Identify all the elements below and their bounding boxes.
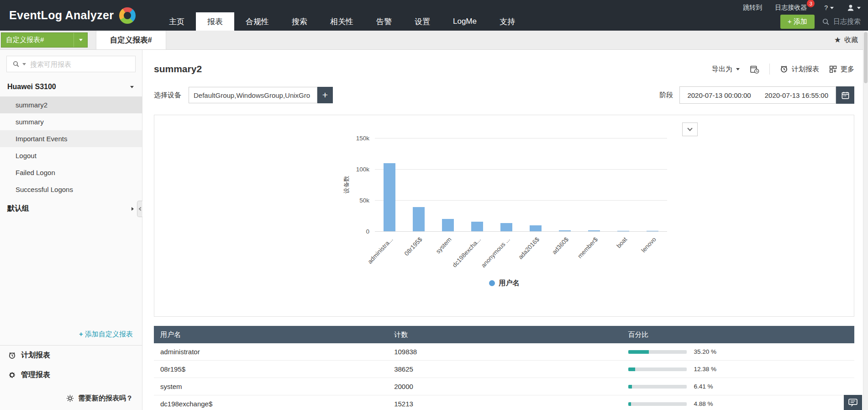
sidebar-item-important-events[interactable]: Important Events bbox=[0, 130, 142, 147]
help-label: ? bbox=[824, 4, 828, 11]
sidebar-item-summary2[interactable]: summary2 bbox=[0, 96, 142, 113]
jump-to-link[interactable]: 跳转到 bbox=[743, 4, 762, 12]
sidebar-scheduled-reports[interactable]: 计划报表 bbox=[0, 346, 142, 365]
more-button[interactable]: 更多 bbox=[829, 65, 854, 74]
sidebar-bottom: + 添加自定义报表 计划报表 管理报表 bbox=[0, 325, 142, 410]
sidebar-collapse-handle[interactable] bbox=[137, 201, 142, 217]
report-actions: 导出为 bbox=[712, 64, 854, 75]
nav-item-reports[interactable]: 报表 bbox=[196, 12, 234, 31]
export-history-button[interactable] bbox=[750, 64, 759, 74]
favorite-button[interactable]: ★ 收藏 bbox=[834, 31, 858, 49]
chevron-down-icon bbox=[130, 86, 134, 88]
cell-count: 20000 bbox=[394, 383, 628, 390]
x-tick-label: system bbox=[435, 236, 453, 255]
table-row: 08r195$ 38625 12.38 % bbox=[154, 361, 854, 378]
cell-username: system bbox=[154, 383, 394, 390]
report-header: summary2 导出为 bbox=[154, 64, 854, 75]
topbar-right: 跳转到 日志接收器 3 ? + 添加 bbox=[743, 0, 868, 31]
cell-percent: 6.41 % bbox=[694, 383, 713, 390]
y-axis-title: 设备数 bbox=[341, 138, 351, 231]
sidebar-manage-reports[interactable]: 管理报表 bbox=[0, 365, 142, 385]
topbar: EventLog Analyzer 主页 报表 合规性 搜索 相关性 告警 设置… bbox=[0, 0, 868, 31]
y-tick: 0 bbox=[366, 228, 369, 235]
scrollbar-thumb[interactable] bbox=[864, 32, 868, 83]
nav-item-compliance[interactable]: 合规性 bbox=[234, 12, 280, 31]
more-label: 更多 bbox=[841, 65, 854, 74]
need-new-reports-link[interactable]: 需要新的报表吗？ bbox=[0, 385, 142, 410]
y-axis: 150k 100k 50k 0 bbox=[351, 138, 375, 231]
table-header: 用户名 计数 百分比 bbox=[154, 326, 854, 343]
page: EventLog Analyzer 主页 报表 合规性 搜索 相关性 告警 设置… bbox=[0, 0, 868, 410]
add-custom-report-label: 添加自定义报表 bbox=[85, 330, 133, 338]
plot-area bbox=[375, 138, 667, 231]
export-as-dropdown[interactable]: 导出为 bbox=[712, 65, 740, 74]
nav-item-logme[interactable]: LogMe bbox=[442, 12, 488, 31]
chevron-left-icon bbox=[138, 207, 142, 211]
device-group-header[interactable]: Huawei S3100 bbox=[0, 77, 142, 96]
report-group-dropdown[interactable]: 自定义报表# bbox=[1, 32, 88, 48]
add-button[interactable]: + 添加 bbox=[780, 15, 815, 29]
device-input[interactable] bbox=[189, 87, 317, 103]
log-receiver-link[interactable]: 日志接收器 3 bbox=[775, 4, 807, 12]
calendar-button[interactable] bbox=[836, 86, 854, 104]
default-group-header[interactable]: 默认组 bbox=[0, 198, 142, 219]
device-group-label: Huawei S3100 bbox=[7, 83, 56, 91]
x-tick-label: 08r195$ bbox=[403, 236, 424, 257]
period-end-value: 2020-07-13 16:55:00 bbox=[765, 91, 828, 99]
chart-bar bbox=[471, 222, 483, 231]
table-row: administrator 109838 35.20 % bbox=[154, 343, 854, 361]
table-row: system 20000 6.41 % bbox=[154, 378, 854, 395]
cell-percent: 35.20 % bbox=[694, 348, 717, 355]
percent-fill bbox=[628, 402, 631, 406]
chart-legend[interactable]: 用户名 bbox=[154, 279, 854, 288]
nav-item-home[interactable]: 主页 bbox=[158, 12, 196, 31]
more-icon bbox=[829, 65, 837, 73]
filter-row: 选择设备 + 阶段 2020-07-13 00:00:00 2020-07-13… bbox=[154, 86, 854, 104]
nav-item-search[interactable]: 搜索 bbox=[280, 12, 319, 31]
chart-bar bbox=[500, 223, 512, 231]
cell-percent: 4.88 % bbox=[694, 400, 713, 407]
chevron-down-icon bbox=[687, 126, 692, 131]
manage-reports-label: 管理报表 bbox=[21, 370, 50, 380]
nav-item-support[interactable]: 支持 bbox=[488, 12, 526, 31]
schedule-report-label: 计划报表 bbox=[792, 65, 819, 74]
star-icon: ★ bbox=[834, 35, 841, 45]
add-device-button[interactable]: + bbox=[317, 87, 333, 103]
sidebar-item-failed-logon[interactable]: Failed Logon bbox=[0, 164, 142, 181]
nav-item-alerts[interactable]: 告警 bbox=[365, 12, 403, 31]
bars bbox=[375, 138, 667, 231]
nav-item-settings[interactable]: 设置 bbox=[403, 12, 442, 31]
chart-bar bbox=[530, 225, 542, 231]
user-menu[interactable] bbox=[847, 4, 861, 12]
export-history-icon bbox=[750, 64, 759, 74]
user-icon bbox=[847, 4, 855, 12]
legend-dot bbox=[489, 280, 495, 286]
help-menu[interactable]: ? bbox=[824, 4, 834, 11]
tab-custom-reports[interactable]: 自定义报表# bbox=[96, 31, 166, 49]
plus-icon: + bbox=[79, 330, 85, 338]
sidebar-item-successful-logons[interactable]: Successful Logons bbox=[0, 181, 142, 198]
default-group-label: 默认组 bbox=[7, 204, 29, 213]
search-icon bbox=[822, 18, 830, 26]
app-logo[interactable]: EventLog Analyzer bbox=[0, 0, 158, 31]
chart-bar bbox=[442, 219, 454, 231]
x-tick-label: ad360$ bbox=[551, 236, 570, 256]
log-receiver-label: 日志接收器 bbox=[775, 4, 807, 11]
chart-collapse-button[interactable] bbox=[682, 122, 698, 136]
alarm-clock-icon bbox=[780, 65, 788, 73]
body: Huawei S3100 summary2 summary Important … bbox=[0, 50, 868, 410]
add-custom-report-link[interactable]: + 添加自定义报表 bbox=[0, 325, 142, 346]
log-search-link[interactable]: 日志搜索 bbox=[822, 17, 861, 26]
report-search-input[interactable] bbox=[30, 60, 130, 68]
schedule-report-button[interactable]: 计划报表 bbox=[780, 65, 819, 74]
date-range-picker[interactable]: 2020-07-13 00:00:00 2020-07-13 16:55:00 bbox=[679, 86, 836, 104]
page-title: summary2 bbox=[154, 64, 202, 75]
sidebar-item-logout[interactable]: Logout bbox=[0, 147, 142, 164]
cell-username: dc198exchange$ bbox=[154, 400, 394, 408]
legend-label: 用户名 bbox=[499, 279, 520, 288]
scrollbar-track[interactable] bbox=[863, 31, 868, 410]
topbar-utility-row: 跳转到 日志接收器 3 ? bbox=[743, 0, 861, 14]
nav-item-correlation[interactable]: 相关性 bbox=[319, 12, 365, 31]
feedback-chat-button[interactable] bbox=[844, 395, 862, 410]
sidebar-item-summary[interactable]: summary bbox=[0, 113, 142, 130]
